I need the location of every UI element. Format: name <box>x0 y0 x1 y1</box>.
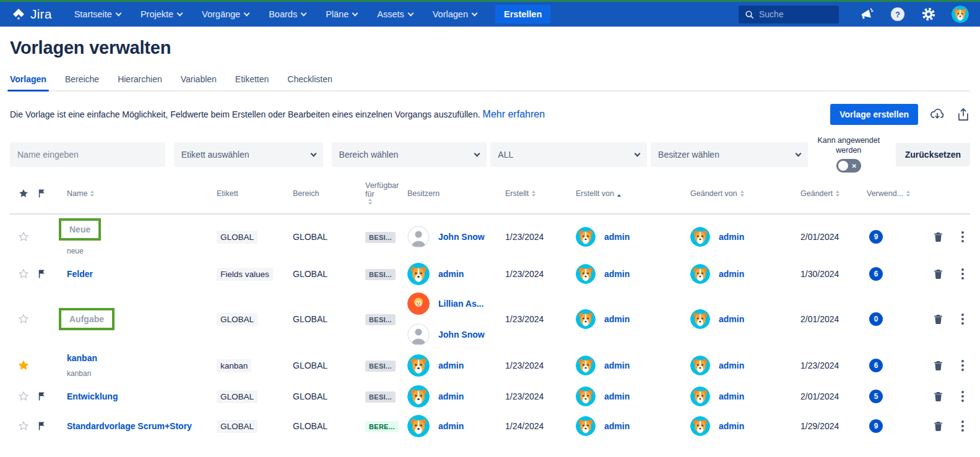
help-icon[interactable]: ? <box>890 6 906 22</box>
owner-link[interactable]: admin <box>438 391 464 401</box>
user-link[interactable]: admin <box>604 314 630 324</box>
kebab-menu-icon[interactable] <box>960 229 965 245</box>
kebab-menu-icon[interactable] <box>960 312 965 327</box>
header-name[interactable]: Name <box>56 189 210 198</box>
trash-icon[interactable] <box>932 390 944 403</box>
tab-checklisten[interactable]: Checklisten <box>287 74 332 90</box>
scope-filter-select[interactable]: Bereich wählen <box>332 142 487 167</box>
user-link[interactable]: admin <box>719 421 744 431</box>
kebab-menu-icon[interactable] <box>960 419 965 434</box>
star-icon[interactable] <box>17 390 30 403</box>
user-link[interactable]: admin <box>604 391 630 401</box>
owner-link[interactable]: admin <box>438 361 464 370</box>
template-name-link[interactable]: Aufgabe <box>69 314 104 324</box>
user-link[interactable]: admin <box>604 361 630 370</box>
owner: Lillian As... <box>407 293 500 315</box>
person-avatar <box>407 226 430 248</box>
user-link[interactable]: admin <box>719 314 744 324</box>
owner: admin <box>407 415 500 437</box>
nav-item-startseite[interactable]: Startseite <box>74 9 121 19</box>
scope-text: GLOBAL <box>287 269 365 279</box>
search-box[interactable] <box>739 6 839 23</box>
user-link[interactable]: admin <box>604 421 630 431</box>
create-template-button[interactable]: Vorlage erstellen <box>830 104 918 125</box>
nav-item-projekte[interactable]: Projekte <box>141 9 182 19</box>
user-link[interactable]: admin <box>604 232 630 242</box>
template-name-link[interactable]: kanban <box>67 353 97 363</box>
template-subtitle: neue <box>67 247 210 255</box>
trash-icon[interactable] <box>932 268 944 280</box>
export-icon[interactable] <box>956 107 970 122</box>
jira-logo[interactable]: Jira <box>11 7 52 22</box>
template-name-link[interactable]: Standardvorlage Scrum+Story <box>67 421 192 431</box>
header-verwendungen[interactable]: Verwend... <box>861 189 919 198</box>
kebab-menu-icon[interactable] <box>960 358 965 374</box>
tab-etiketten[interactable]: Etiketten <box>235 74 269 90</box>
tab-vorlagen[interactable]: Vorlagen <box>10 74 46 90</box>
template-name-link[interactable]: Entwicklung <box>67 391 118 401</box>
trash-icon[interactable] <box>932 359 944 372</box>
header-besitzern: Besitzern <box>402 189 500 198</box>
kebab-menu-icon[interactable] <box>960 267 965 282</box>
import-cloud-icon[interactable] <box>929 107 945 122</box>
megaphone-icon[interactable] <box>859 6 875 22</box>
owner-link[interactable]: John Snow <box>438 330 485 340</box>
table-row: kanban kanban kanban GLOBAL BESI... admi… <box>10 349 970 382</box>
owner-filter-select[interactable]: Besitzer wählen <box>651 142 808 167</box>
nav-item-vorlagen[interactable]: Vorlagen <box>433 9 477 19</box>
nav-item-vorgaenge[interactable]: Vorgänge <box>202 9 249 19</box>
header-geaendert-von[interactable]: Geändert von <box>684 189 796 198</box>
gear-icon[interactable] <box>921 6 937 22</box>
star-icon[interactable] <box>17 359 30 372</box>
search-input[interactable] <box>759 9 827 19</box>
owner-link[interactable]: John Snow <box>438 232 485 242</box>
can-apply-toggle[interactable]: ✕ <box>836 159 861 173</box>
star-icon[interactable] <box>17 420 30 432</box>
tab-variablen[interactable]: Variablen <box>181 74 217 90</box>
nav-item-boards[interactable]: Boards <box>269 9 306 19</box>
user-link[interactable]: admin <box>719 269 744 279</box>
tab-bereiche[interactable]: Bereiche <box>65 74 99 90</box>
reset-button[interactable]: Zurücksetzen <box>896 143 970 166</box>
type-filter-select[interactable]: ALL <box>490 142 647 167</box>
label-filter-select[interactable]: Etikett auswählen <box>174 142 323 167</box>
star-column-header[interactable] <box>10 187 37 200</box>
learn-more-link[interactable]: Mehr erfahren <box>483 109 545 120</box>
user-link[interactable]: admin <box>719 391 744 401</box>
tab-hierarchien[interactable]: Hierarchien <box>118 74 162 90</box>
owner-link[interactable]: Lillian As... <box>438 299 483 309</box>
user-link[interactable]: admin <box>719 361 744 370</box>
available-for-badge: BESI... <box>365 232 396 243</box>
user-link[interactable]: admin <box>719 232 744 242</box>
user-avatar[interactable] <box>952 6 969 23</box>
create-button[interactable]: Erstellen <box>495 5 550 23</box>
star-icon[interactable] <box>17 313 30 325</box>
trash-icon[interactable] <box>932 420 944 432</box>
header-verfuegbar-fuer[interactable]: Verfügbar für <box>365 181 402 206</box>
template-name-link[interactable]: Felder <box>67 269 93 279</box>
trash-icon[interactable] <box>932 313 944 325</box>
dog-avatar <box>690 309 710 329</box>
nav-item-assets[interactable]: Assets <box>377 9 413 19</box>
flag-column-header[interactable] <box>37 189 56 199</box>
chevron-down-icon <box>310 150 316 156</box>
owner-link[interactable]: admin <box>438 269 464 279</box>
header-erstellt-von[interactable]: Erstellt von <box>570 189 684 198</box>
dog-avatar <box>690 416 710 436</box>
table-header: Name Etikett Bereich Verfügbar für Besit… <box>10 181 970 215</box>
header-geaendert[interactable]: Geändert <box>796 189 861 198</box>
trash-icon[interactable] <box>932 231 944 243</box>
star-icon[interactable] <box>17 231 30 243</box>
kebab-menu-icon[interactable] <box>960 389 965 404</box>
table-row: Standardvorlage Scrum+Story GLOBAL GLOBA… <box>10 411 970 441</box>
template-name-link[interactable]: Neue <box>69 224 90 234</box>
name-filter-input[interactable] <box>10 142 165 167</box>
search-icon <box>745 10 754 19</box>
star-icon[interactable] <box>17 268 30 280</box>
user-link[interactable]: admin <box>604 269 630 279</box>
owner-link[interactable]: admin <box>438 421 464 431</box>
nav-item-plaene[interactable]: Pläne <box>326 9 357 19</box>
owner: admin <box>407 385 500 408</box>
usage-count-badge: 5 <box>869 390 883 403</box>
header-erstellt[interactable]: Erstellt <box>500 189 570 198</box>
